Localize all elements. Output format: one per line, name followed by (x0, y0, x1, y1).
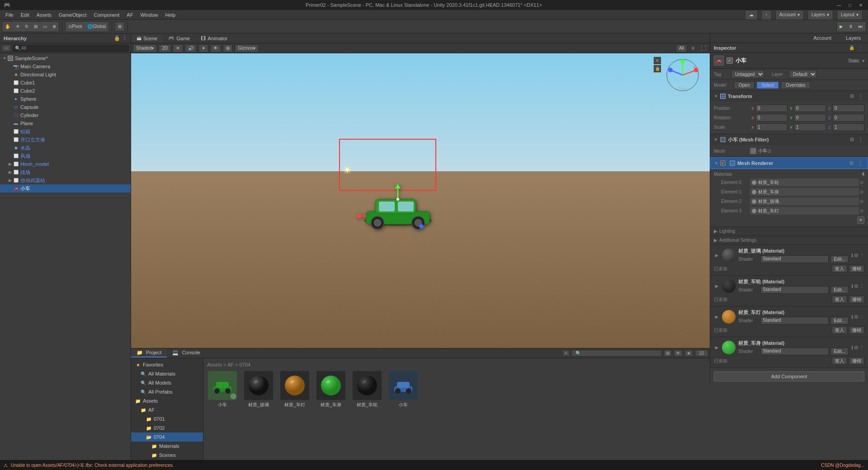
scene-gizmo[interactable]: X Y Z Persp (665, 57, 701, 93)
element-1-settings[interactable]: ⊙ (859, 189, 864, 195)
all-models-item[interactable]: 🔍 All Models (131, 378, 203, 387)
menu-file[interactable]: File (2, 11, 17, 19)
mat-carbody-edit-btn[interactable]: Edit... (830, 348, 849, 355)
element-3-settings[interactable]: ⊙ (859, 208, 864, 214)
additional-settings-section[interactable]: ▶ Additional Settings (710, 236, 868, 245)
element-0-settings[interactable]: ⊙ (859, 180, 864, 185)
all-prefabs-item[interactable]: 🔍 All Prefabs (131, 387, 203, 396)
mat-glass-edit-btn[interactable]: Edit... (830, 255, 849, 263)
project-filter-btn[interactable]: ⊞ (664, 350, 672, 357)
materials-subfolder-item[interactable]: 📁 Materials (131, 442, 203, 451)
rotate-tool[interactable]: ↻ (22, 22, 31, 32)
hierarchy-item-main-camera[interactable]: ▶ 📷 Main Camera (0, 62, 131, 70)
mat-glass-more-icon[interactable]: ⋮ (859, 253, 864, 258)
mat-carbody-more-icon[interactable]: ⋮ (859, 345, 864, 351)
hierarchy-scene-item[interactable]: ▼ SampleScene* (0, 54, 131, 62)
menu-gameobject[interactable]: GameObject (55, 11, 90, 19)
layers-button[interactable]: Layers ▾ (807, 10, 833, 20)
mat-carbody-info-icon[interactable]: ℹ (851, 345, 853, 351)
pivot-button[interactable]: ⊙ Pivot (66, 22, 85, 32)
all-label-btn[interactable]: All (676, 44, 687, 52)
asset-material-body[interactable]: 材质_车身 (316, 371, 346, 408)
hierarchy-item-cube2[interactable]: ▶ ⬜ Cube2 (0, 87, 131, 95)
rotation-z-field[interactable]: 0 (832, 114, 864, 122)
asset-material-light[interactable]: 材质_车灯 (279, 371, 310, 408)
mat-carbody-register-btn[interactable]: 签入 (832, 357, 847, 365)
object-active-checkbox[interactable]: ✓ (726, 57, 733, 64)
scene-lock-btn[interactable]: 🔒 (654, 65, 661, 72)
mat-headlight-info-icon[interactable]: ℹ (851, 314, 853, 320)
scene-close-btn[interactable]: ✕ (654, 57, 661, 64)
mat-headlight-remove-btn[interactable]: 撤销 (849, 326, 864, 334)
menu-component[interactable]: Component (90, 11, 123, 19)
car-object[interactable] (353, 180, 443, 239)
tab-animator[interactable]: 🎞 Animator (195, 35, 233, 42)
menu-assets[interactable]: Assets (33, 11, 55, 19)
all-materials-item[interactable]: 🔍 All Materials (131, 369, 203, 378)
element-2-settings[interactable]: ⊙ (859, 199, 864, 204)
mat-glass-register-btn[interactable]: 签入 (832, 265, 847, 273)
cloud-button[interactable]: ☁ (745, 10, 758, 20)
menu-af[interactable]: AF (123, 11, 137, 19)
materials-add-btn[interactable]: + (857, 216, 864, 224)
mat-glass-info-icon[interactable]: ℹ (851, 253, 853, 258)
project-star-btn[interactable]: ★ (684, 350, 693, 357)
rotation-y-field[interactable]: 0 (794, 114, 826, 122)
folder-0701-item[interactable]: 📁 0701 (131, 414, 203, 423)
asset-car-green[interactable]: 小车 (207, 371, 238, 408)
hierarchy-item-cube1[interactable]: ▶ ⬜ Cube1 (0, 79, 131, 87)
audio-btn[interactable]: 🔊 (185, 44, 197, 52)
mesh-filter-settings-icon[interactable]: ⚙ (848, 136, 855, 143)
play-button[interactable]: ▶ (837, 22, 846, 32)
mat-headlight-settings-icon[interactable]: ⚙ (854, 314, 859, 320)
mat-wheel-remove-btn[interactable]: 撤销 (849, 296, 864, 303)
inspector-more-icon[interactable]: ⋮ (857, 44, 864, 52)
scale-y-field[interactable]: 1 (794, 123, 826, 131)
mesh-renderer-more-icon[interactable]: ⋮ (857, 160, 864, 167)
mat-wheel-info-icon[interactable]: ℹ (851, 283, 853, 289)
move-tool[interactable]: ✛ (13, 22, 22, 32)
folder-0704-item[interactable]: 📂 0704 (131, 432, 203, 442)
asset-material-wheel[interactable]: 材质_车轮 (352, 371, 382, 408)
hierarchy-item-battlefield[interactable]: ▶ ⬜ 战场 (0, 168, 131, 176)
layers-tool-btn[interactable]: ⊞ (115, 22, 125, 32)
hierarchy-item-crystal[interactable]: ▶ ◆ 水晶 (0, 144, 131, 152)
layer-select[interactable]: Default (789, 70, 817, 78)
inspector-lock-icon[interactable]: 🔒 (848, 44, 855, 52)
mat-headlight-more-icon[interactable]: ⋮ (859, 314, 864, 320)
menu-help[interactable]: Help (162, 11, 179, 19)
hierarchy-item-directional-light[interactable]: ▶ ☀ Directional Light (0, 70, 131, 79)
mat-glass-remove-btn[interactable]: 撤销 (849, 265, 864, 273)
hierarchy-item-sphere[interactable]: ▶ ● Sphere (0, 95, 131, 103)
menu-window[interactable]: Window (137, 11, 161, 19)
global-button[interactable]: 🌐 Global (85, 22, 108, 32)
hierarchy-item-mesh-model[interactable]: ▶ ⬜ Mesh_model (0, 160, 131, 168)
grid-btn[interactable]: ⊞ (223, 44, 233, 52)
project-add-btn[interactable]: + (562, 350, 570, 357)
mat-wheel-register-btn[interactable]: 签入 (832, 296, 847, 303)
step-button[interactable]: ⏭ (856, 22, 866, 32)
maximize-button[interactable]: □ (846, 1, 854, 9)
position-x-field[interactable]: 0 (755, 104, 788, 112)
collab-button[interactable]: ↑ (761, 10, 772, 20)
gizmos-btn[interactable]: Gizmos ▾ (235, 44, 259, 52)
position-y-field[interactable]: 0 (794, 104, 826, 112)
lighting-btn[interactable]: ☀ (173, 44, 183, 52)
close-button[interactable]: ✕ (857, 1, 864, 9)
menu-edit[interactable]: Edit (17, 11, 33, 19)
mat-headlight-register-btn[interactable]: 签入 (832, 326, 847, 334)
mesh-renderer-header[interactable]: ▼ ✓ Mesh Renderer ⚙ ⋮ (710, 157, 868, 169)
scale-tool[interactable]: ⊞ (31, 22, 40, 32)
tab-project[interactable]: 📁 Project (131, 349, 167, 357)
hidden-objects-btn[interactable]: 👁 (210, 44, 221, 52)
af-folder-item[interactable]: 📁 AF (131, 405, 203, 414)
mat-headlight-edit-btn[interactable]: Edit... (830, 317, 849, 324)
hierarchy-item-fan[interactable]: ▶ ⬜ 风扇 (0, 152, 131, 160)
model-open-btn[interactable]: Open (734, 81, 755, 89)
hierarchy-item-aluminum-box[interactable]: ▶ ⬜ 铝箱 (0, 127, 131, 136)
position-z-field[interactable]: 0 (832, 104, 864, 112)
effects-btn[interactable]: ✦ (198, 44, 208, 52)
hierarchy-search[interactable]: 🔍 All (13, 45, 129, 52)
mesh-renderer-checkbox[interactable]: ✓ (720, 160, 726, 166)
scene-maximize-icon[interactable]: ⛶ (699, 45, 708, 52)
